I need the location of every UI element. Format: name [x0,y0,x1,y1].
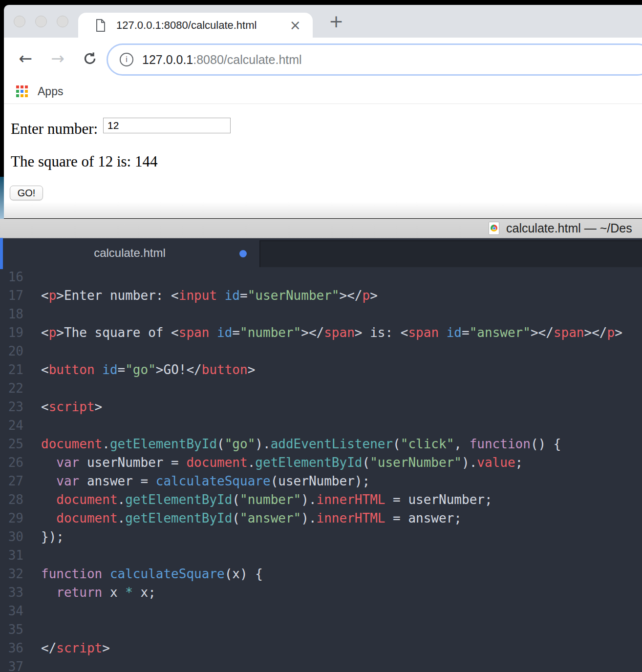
code-line: 24 [0,416,642,435]
url-host: 127.0.0.1 [142,53,193,66]
minimize-window-button[interactable] [35,16,47,27]
code-line: 36</script> [0,639,642,657]
line-number: 21 [0,360,23,379]
code-line: 29 document.getElementById("answer").inn… [0,509,642,527]
line-number: 17 [0,286,23,305]
code-line: 17<p>Enter number: <input id="userNumber… [0,286,642,305]
editor-tab-strip-filler [259,240,642,267]
line-number: 23 [0,398,23,416]
apps-grid-icon[interactable] [16,85,28,97]
line-number: 34 [0,602,23,620]
code-line: 37 [0,657,642,672]
browser-tab-strip: 127.0.0.1:8080/calculate.html × + [4,5,642,38]
line-number: 16 [0,268,23,286]
line-number: 32 [0,565,23,583]
window-controls [14,16,68,27]
editor-tab-bar: calculate.html [0,238,642,267]
line-number: 33 [0,583,23,602]
code-line: 26 var userNumber = document.getElementB… [0,453,642,472]
line-number: 25 [0,435,23,453]
url-text: 127.0.0.1:8080/calculate.html [142,53,302,67]
document-icon [95,19,107,32]
reload-icon[interactable] [79,38,101,79]
line-number: 30 [0,527,23,546]
number-input[interactable] [103,118,231,133]
line-number: 24 [0,416,23,435]
address-bar[interactable]: i 127.0.0.1:8080/calculate.html [107,43,642,76]
enter-number-label: Enter number: [11,120,98,138]
editor-tab[interactable]: calculate.html [0,238,259,267]
code-line: 33 return x * x; [0,583,642,602]
apps-bookmark-label[interactable]: Apps [38,85,63,98]
browser-toolbar: ← → i 127.0.0.1:8080/calculate.html [4,38,642,79]
code-line: 21<button id="go">GO!</button> [0,360,642,379]
go-button[interactable]: GO! [10,186,43,200]
background-window-edge [0,177,4,219]
modified-indicator-dot[interactable] [239,250,247,257]
editor-title-bar: calculate.html — ~/Des [0,219,642,238]
line-number: 36 [0,639,23,657]
line-number: 35 [0,620,23,639]
close-tab-icon[interactable]: × [290,19,301,32]
line-number: 29 [0,509,23,527]
web-page-content: Enter number: The square of 12 is: 144 G… [4,104,642,218]
code-line: 35 [0,620,642,639]
editor-window: calculate.html — ~/Des calculate.html 16… [0,219,642,672]
bookmarks-bar: Apps [4,79,642,104]
line-number: 27 [0,472,23,490]
code-area[interactable]: 1617<p>Enter number: <input id="userNumb… [0,267,642,672]
line-number: 28 [0,490,23,509]
line-number: 18 [0,305,23,323]
code-line: 20 [0,342,642,360]
line-number: 31 [0,546,23,565]
new-tab-button[interactable]: + [324,12,348,31]
code-line: 32function calculateSquare(x) { [0,565,642,583]
editor-window-title: calculate.html — ~/Des [506,221,632,235]
browser-tab-title: 127.0.0.1:8080/calculate.html [116,19,257,32]
close-window-button[interactable] [14,16,25,27]
line-number: 37 [0,657,23,672]
zoom-window-button[interactable] [57,16,68,27]
code-line: 31 [0,546,642,565]
line-number: 22 [0,379,23,398]
code-line: 34 [0,602,642,620]
html-file-icon [489,222,499,235]
browser-tab[interactable]: 127.0.0.1:8080/calculate.html × [78,13,313,38]
editor-left-accent-strip [0,238,3,269]
code-line: 25document.getElementById("go").addEvent… [0,435,642,453]
code-line: 28 document.getElementById("number").inn… [0,490,642,509]
url-path: :8080/calculate.html [193,53,301,66]
line-number: 19 [0,323,23,342]
code-line: 22 [0,379,642,398]
code-line: 23<script> [0,398,642,416]
code-line: 16 [0,268,642,286]
forward-icon: → [47,38,68,79]
square-result-text: The square of 12 is: 144 [11,153,157,170]
back-icon[interactable]: ← [15,38,36,79]
editor-tab-label: calculate.html [94,246,166,260]
code-line: 19<p>The square of <span id="number"></s… [0,323,642,342]
code-line: 30}); [0,527,642,546]
page-info-icon[interactable]: i [120,53,133,66]
line-number: 20 [0,342,23,360]
code-line: 18 [0,305,642,323]
browser-window: 127.0.0.1:8080/calculate.html × + ← → i … [4,5,642,218]
line-number: 26 [0,453,23,472]
code-line: 27 var answer = calculateSquare(userNumb… [0,472,642,490]
